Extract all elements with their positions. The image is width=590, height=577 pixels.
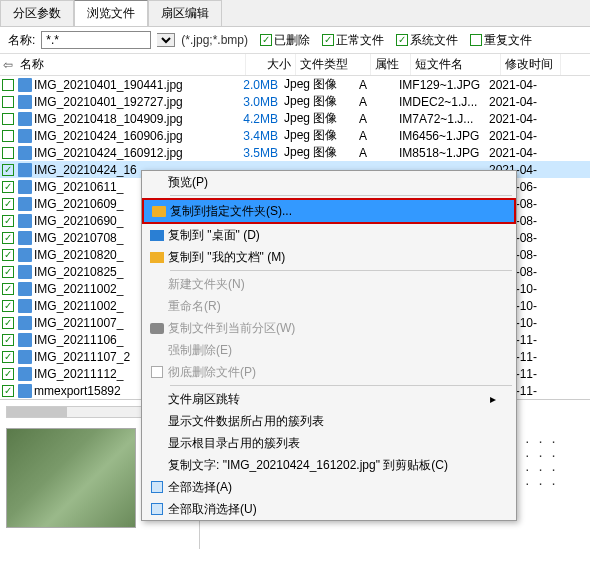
table-row[interactable]: IMG_20210424_160912.jpg3.5MBJpeg 图像AIM85…	[0, 144, 590, 161]
file-date: 2021-04-	[489, 146, 549, 160]
file-attr: A	[359, 146, 399, 160]
mi-copy-docs[interactable]: 复制到 "我的文档" (M)	[142, 246, 516, 268]
row-checkbox[interactable]	[2, 130, 14, 142]
row-checkbox[interactable]	[2, 96, 14, 108]
file-size: 3.0MB	[234, 95, 284, 109]
mi-copy-desktop[interactable]: 复制到 "桌面" (D)	[142, 224, 516, 246]
file-attr: A	[359, 112, 399, 126]
file-icon	[18, 163, 32, 177]
mi-sector-jump[interactable]: 文件扇区跳转▸	[142, 388, 516, 410]
chk-dup[interactable]: 重复文件	[470, 32, 532, 49]
pattern-dropdown[interactable]	[157, 33, 175, 47]
col-size[interactable]: 大小	[246, 54, 296, 75]
file-date: 2021-04-	[489, 112, 549, 126]
col-type[interactable]: 文件类型	[296, 54, 371, 75]
chk-normal[interactable]: ✓正常文件	[322, 32, 384, 49]
folder-icon	[152, 206, 166, 217]
row-checkbox[interactable]: ✓	[2, 334, 14, 346]
pattern-input[interactable]	[41, 31, 151, 49]
tab-browse[interactable]: 浏览文件	[74, 0, 148, 26]
file-icon	[18, 316, 32, 330]
mi-preview[interactable]: 预览(P)	[142, 171, 516, 193]
row-checkbox[interactable]: ✓	[2, 283, 14, 295]
file-date: 2021-04-	[489, 129, 549, 143]
row-checkbox[interactable]	[2, 113, 14, 125]
mi-select-all[interactable]: 全部选择(A)	[142, 476, 516, 498]
row-checkbox[interactable]: ✓	[2, 232, 14, 244]
file-date: 2021-04-	[489, 95, 549, 109]
row-checkbox[interactable]: ✓	[2, 317, 14, 329]
file-size: 3.5MB	[234, 146, 284, 160]
file-icon	[18, 180, 32, 194]
file-date: 2021-04-	[489, 78, 549, 92]
desktop-icon	[150, 230, 164, 241]
mi-copy-to[interactable]: 复制到指定文件夹(S)...	[142, 198, 516, 224]
file-icon	[18, 112, 32, 126]
mi-rename: 重命名(R)	[142, 295, 516, 317]
disk-icon	[150, 323, 164, 334]
col-short[interactable]: 短文件名	[411, 54, 501, 75]
row-checkbox[interactable]: ✓	[2, 266, 14, 278]
mi-show-clusters[interactable]: 显示文件数据所占用的簇列表	[142, 410, 516, 432]
file-type: Jpeg 图像	[284, 110, 359, 127]
row-checkbox[interactable]: ✓	[2, 164, 14, 176]
checkbox-icon	[151, 503, 163, 515]
mi-force-del: 强制删除(E)	[142, 339, 516, 361]
row-checkbox[interactable]: ✓	[2, 351, 14, 363]
checkbox-icon	[151, 481, 163, 493]
file-attr: A	[359, 95, 399, 109]
file-name: IMG_20210418_104909.jpg	[34, 112, 234, 126]
back-icon[interactable]: ⇦	[0, 58, 16, 72]
file-icon	[18, 265, 32, 279]
tab-sector[interactable]: 扇区编辑	[148, 0, 222, 26]
tab-partition[interactable]: 分区参数	[0, 0, 74, 26]
row-checkbox[interactable]: ✓	[2, 215, 14, 227]
file-size: 3.4MB	[234, 129, 284, 143]
thumbnail-image[interactable]	[6, 428, 136, 528]
column-headers: ⇦ 名称 大小 文件类型 属性 短文件名 修改时间	[0, 54, 590, 76]
chk-deleted[interactable]: ✓已删除	[260, 32, 310, 49]
mi-perm-del: 彻底删除文件(P)	[142, 361, 516, 383]
row-checkbox[interactable]: ✓	[2, 368, 14, 380]
mi-deselect-all[interactable]: 全部取消选择(U)	[142, 498, 516, 520]
row-checkbox[interactable]	[2, 79, 14, 91]
row-checkbox[interactable]: ✓	[2, 300, 14, 312]
file-type: Jpeg 图像	[284, 76, 359, 93]
row-checkbox[interactable]	[2, 147, 14, 159]
table-row[interactable]: IMG_20210424_160906.jpg3.4MBJpeg 图像AIM64…	[0, 127, 590, 144]
file-short: IM8518~1.JPG	[399, 146, 489, 160]
mi-copy-cur: 复制文件到当前分区(W)	[142, 317, 516, 339]
mi-show-root-clusters[interactable]: 显示根目录占用的簇列表	[142, 432, 516, 454]
file-icon	[18, 299, 32, 313]
mi-copy-text[interactable]: 复制文字: "IMG_20210424_161202.jpg" 到剪贴板(C)	[142, 454, 516, 476]
chk-system[interactable]: ✓系统文件	[396, 32, 458, 49]
mi-new-folder: 新建文件夹(N)	[142, 273, 516, 295]
col-name[interactable]: 名称	[16, 54, 246, 75]
context-menu: 预览(P) 复制到指定文件夹(S)... 复制到 "桌面" (D) 复制到 "我…	[141, 170, 517, 521]
file-short: IM6456~1.JPG	[399, 129, 489, 143]
col-attr[interactable]: 属性	[371, 54, 411, 75]
file-icon	[18, 197, 32, 211]
chevron-right-icon: ▸	[490, 392, 496, 406]
file-icon	[18, 146, 32, 160]
file-size: 2.0MB	[234, 78, 284, 92]
file-type: Jpeg 图像	[284, 144, 359, 161]
file-icon	[18, 95, 32, 109]
col-date[interactable]: 修改时间	[501, 54, 561, 75]
name-label: 名称:	[8, 32, 35, 49]
row-checkbox[interactable]: ✓	[2, 249, 14, 261]
table-row[interactable]: IMG_20210401_192727.jpg3.0MBJpeg 图像AIMDE…	[0, 93, 590, 110]
table-row[interactable]: IMG_20210418_104909.jpg4.2MBJpeg 图像AIM7A…	[0, 110, 590, 127]
table-row[interactable]: IMG_20210401_190441.jpg2.0MBJpeg 图像AIMF1…	[0, 76, 590, 93]
file-type: Jpeg 图像	[284, 93, 359, 110]
file-icon	[18, 333, 32, 347]
row-checkbox[interactable]: ✓	[2, 181, 14, 193]
row-checkbox[interactable]: ✓	[2, 198, 14, 210]
file-name: IMG_20210401_192727.jpg	[34, 95, 234, 109]
file-attr: A	[359, 129, 399, 143]
file-icon	[18, 367, 32, 381]
file-short: IM7A72~1.J...	[399, 112, 489, 126]
file-icon	[18, 78, 32, 92]
file-attr: A	[359, 78, 399, 92]
row-checkbox[interactable]: ✓	[2, 385, 14, 397]
